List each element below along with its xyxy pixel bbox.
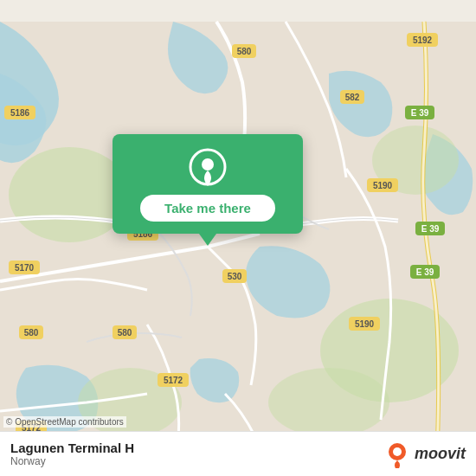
map-container: 580 5192 5186 582 E 39 5190 5186 E 39 51… xyxy=(0,0,476,476)
svg-text:E 39: E 39 xyxy=(416,267,434,277)
moovit-text: moovit xyxy=(415,445,466,463)
svg-text:580: 580 xyxy=(24,328,39,338)
svg-text:5190: 5190 xyxy=(373,181,393,190)
svg-point-5 xyxy=(268,368,389,437)
moovit-icon xyxy=(383,441,411,468)
svg-text:580: 580 xyxy=(118,328,132,338)
svg-text:5172: 5172 xyxy=(164,376,183,385)
svg-point-41 xyxy=(202,158,214,170)
svg-text:5190: 5190 xyxy=(355,319,375,329)
svg-text:E 39: E 39 xyxy=(411,108,429,118)
take-me-there-button[interactable]: Take me there xyxy=(140,195,275,222)
map-background: 580 5192 5186 582 E 39 5190 5186 E 39 51… xyxy=(0,0,476,476)
location-info: Lagunen Terminal H Norway xyxy=(10,441,134,467)
svg-text:5186: 5186 xyxy=(10,108,30,118)
svg-text:5170: 5170 xyxy=(15,263,35,273)
moovit-logo: moovit xyxy=(383,441,466,468)
svg-text:580: 580 xyxy=(237,47,252,56)
map-attribution: © OpenStreetMap contributors xyxy=(3,416,126,428)
svg-text:530: 530 xyxy=(228,272,242,281)
svg-text:5192: 5192 xyxy=(413,35,433,45)
location-country: Norway xyxy=(10,455,134,467)
svg-point-1 xyxy=(9,147,130,242)
popup-card: Take me there xyxy=(113,134,303,234)
svg-point-43 xyxy=(393,447,402,456)
svg-text:E 39: E 39 xyxy=(421,224,440,234)
location-pin-icon xyxy=(189,148,227,186)
bottom-bar: Lagunen Terminal H Norway moovit xyxy=(0,431,476,476)
svg-text:582: 582 xyxy=(345,93,360,102)
location-name: Lagunen Terminal H xyxy=(10,441,134,455)
